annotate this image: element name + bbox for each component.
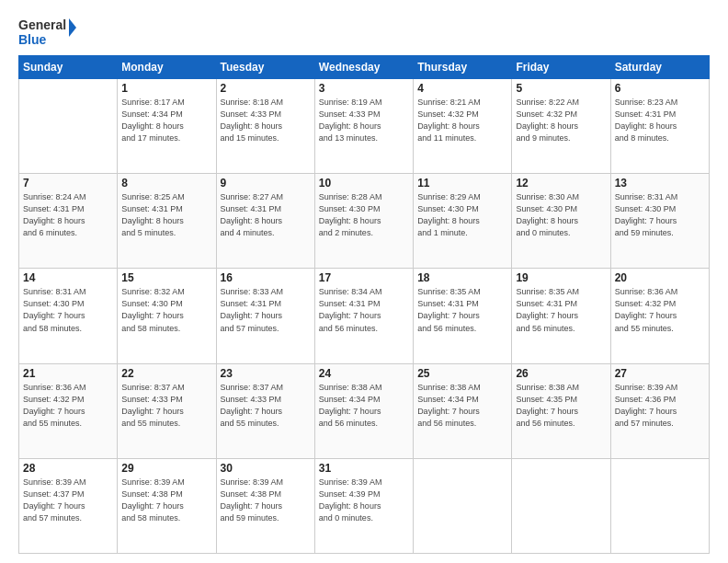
logo-svg: GeneralBlue xyxy=(18,15,78,50)
day-info: Sunrise: 8:38 AM Sunset: 4:34 PM Dayligh… xyxy=(417,382,507,430)
header: GeneralBlue xyxy=(18,15,710,50)
calendar-cell: 6Sunrise: 8:23 AM Sunset: 4:31 PM Daylig… xyxy=(610,79,709,174)
page: GeneralBlue SundayMondayTuesdayWednesday… xyxy=(0,0,728,563)
svg-text:Blue: Blue xyxy=(18,32,47,47)
day-number: 7 xyxy=(23,177,113,190)
weekday-saturday: Saturday xyxy=(610,56,709,79)
day-info: Sunrise: 8:25 AM Sunset: 4:31 PM Dayligh… xyxy=(121,191,211,239)
day-number: 31 xyxy=(319,462,409,475)
weekday-tuesday: Tuesday xyxy=(216,56,314,79)
calendar-cell: 8Sunrise: 8:25 AM Sunset: 4:31 PM Daylig… xyxy=(118,174,216,269)
day-number: 2 xyxy=(221,82,311,95)
calendar-cell: 23Sunrise: 8:37 AM Sunset: 4:33 PM Dayli… xyxy=(216,363,314,458)
day-number: 10 xyxy=(319,177,409,190)
calendar-cell: 7Sunrise: 8:24 AM Sunset: 4:31 PM Daylig… xyxy=(19,174,118,269)
calendar-cell: 11Sunrise: 8:29 AM Sunset: 4:30 PM Dayli… xyxy=(414,174,512,269)
day-info: Sunrise: 8:31 AM Sunset: 4:30 PM Dayligh… xyxy=(615,191,705,239)
calendar-cell: 13Sunrise: 8:31 AM Sunset: 4:30 PM Dayli… xyxy=(610,174,709,269)
calendar-cell: 4Sunrise: 8:21 AM Sunset: 4:32 PM Daylig… xyxy=(414,79,512,174)
day-info: Sunrise: 8:21 AM Sunset: 4:32 PM Dayligh… xyxy=(417,97,507,144)
day-info: Sunrise: 8:33 AM Sunset: 4:31 PM Dayligh… xyxy=(221,286,311,334)
day-info: Sunrise: 8:18 AM Sunset: 4:33 PM Dayligh… xyxy=(221,97,311,144)
day-number: 27 xyxy=(615,367,705,380)
day-info: Sunrise: 8:34 AM Sunset: 4:31 PM Dayligh… xyxy=(319,286,409,334)
day-info: Sunrise: 8:39 AM Sunset: 4:37 PM Dayligh… xyxy=(23,477,113,524)
day-info: Sunrise: 8:22 AM Sunset: 4:32 PM Dayligh… xyxy=(516,97,606,144)
calendar-cell: 29Sunrise: 8:39 AM Sunset: 4:38 PM Dayli… xyxy=(118,458,216,553)
day-number: 29 xyxy=(121,462,211,475)
calendar-table: SundayMondayTuesdayWednesdayThursdayFrid… xyxy=(18,55,710,554)
day-number: 15 xyxy=(121,271,211,284)
day-info: Sunrise: 8:31 AM Sunset: 4:30 PM Dayligh… xyxy=(23,286,113,334)
week-row-4: 21Sunrise: 8:36 AM Sunset: 4:32 PM Dayli… xyxy=(19,363,710,458)
day-info: Sunrise: 8:19 AM Sunset: 4:33 PM Dayligh… xyxy=(319,97,409,144)
weekday-sunday: Sunday xyxy=(19,56,118,79)
day-info: Sunrise: 8:36 AM Sunset: 4:32 PM Dayligh… xyxy=(615,286,705,334)
day-info: Sunrise: 8:39 AM Sunset: 4:39 PM Dayligh… xyxy=(319,477,409,524)
day-number: 13 xyxy=(615,177,705,190)
weekday-monday: Monday xyxy=(118,56,216,79)
week-row-1: 1Sunrise: 8:17 AM Sunset: 4:34 PM Daylig… xyxy=(19,79,710,174)
day-number: 8 xyxy=(121,177,211,190)
day-info: Sunrise: 8:39 AM Sunset: 4:38 PM Dayligh… xyxy=(121,477,211,524)
day-info: Sunrise: 8:23 AM Sunset: 4:31 PM Dayligh… xyxy=(615,97,705,144)
day-info: Sunrise: 8:35 AM Sunset: 4:31 PM Dayligh… xyxy=(516,286,606,334)
calendar-cell: 14Sunrise: 8:31 AM Sunset: 4:30 PM Dayli… xyxy=(19,269,118,363)
calendar-cell: 22Sunrise: 8:37 AM Sunset: 4:33 PM Dayli… xyxy=(118,363,216,458)
day-number: 9 xyxy=(221,177,311,190)
calendar-cell: 16Sunrise: 8:33 AM Sunset: 4:31 PM Dayli… xyxy=(216,269,314,363)
calendar-cell: 12Sunrise: 8:30 AM Sunset: 4:30 PM Dayli… xyxy=(512,174,610,269)
day-number: 6 xyxy=(615,82,705,95)
day-number: 4 xyxy=(417,82,507,95)
calendar-cell: 9Sunrise: 8:27 AM Sunset: 4:31 PM Daylig… xyxy=(216,174,314,269)
day-number: 20 xyxy=(615,271,705,284)
calendar-cell: 20Sunrise: 8:36 AM Sunset: 4:32 PM Dayli… xyxy=(610,269,709,363)
day-number: 11 xyxy=(417,177,507,190)
day-info: Sunrise: 8:39 AM Sunset: 4:36 PM Dayligh… xyxy=(615,382,705,430)
day-number: 25 xyxy=(417,367,507,380)
day-info: Sunrise: 8:36 AM Sunset: 4:32 PM Dayligh… xyxy=(23,382,113,430)
logo: GeneralBlue xyxy=(18,15,78,50)
calendar-cell: 25Sunrise: 8:38 AM Sunset: 4:34 PM Dayli… xyxy=(414,363,512,458)
day-number: 28 xyxy=(23,462,113,475)
calendar-cell: 31Sunrise: 8:39 AM Sunset: 4:39 PM Dayli… xyxy=(314,458,413,553)
day-number: 18 xyxy=(417,271,507,284)
day-number: 21 xyxy=(23,367,113,380)
weekday-header-row: SundayMondayTuesdayWednesdayThursdayFrid… xyxy=(19,56,710,79)
day-info: Sunrise: 8:39 AM Sunset: 4:38 PM Dayligh… xyxy=(221,477,311,524)
calendar-cell xyxy=(19,79,118,174)
calendar-cell: 15Sunrise: 8:32 AM Sunset: 4:30 PM Dayli… xyxy=(118,269,216,363)
calendar-cell: 26Sunrise: 8:38 AM Sunset: 4:35 PM Dayli… xyxy=(512,363,610,458)
calendar-cell: 10Sunrise: 8:28 AM Sunset: 4:30 PM Dayli… xyxy=(314,174,413,269)
day-number: 1 xyxy=(121,82,211,95)
day-number: 19 xyxy=(516,271,606,284)
calendar-cell: 24Sunrise: 8:38 AM Sunset: 4:34 PM Dayli… xyxy=(314,363,413,458)
day-number: 3 xyxy=(319,82,409,95)
svg-marker-2 xyxy=(69,18,76,37)
weekday-wednesday: Wednesday xyxy=(314,56,413,79)
day-number: 30 xyxy=(221,462,311,475)
day-info: Sunrise: 8:29 AM Sunset: 4:30 PM Dayligh… xyxy=(417,191,507,239)
weekday-thursday: Thursday xyxy=(414,56,512,79)
calendar-cell: 30Sunrise: 8:39 AM Sunset: 4:38 PM Dayli… xyxy=(216,458,314,553)
day-number: 12 xyxy=(516,177,606,190)
day-number: 16 xyxy=(221,271,311,284)
day-info: Sunrise: 8:32 AM Sunset: 4:30 PM Dayligh… xyxy=(121,286,211,334)
week-row-2: 7Sunrise: 8:24 AM Sunset: 4:31 PM Daylig… xyxy=(19,174,710,269)
calendar-cell xyxy=(512,458,610,553)
week-row-5: 28Sunrise: 8:39 AM Sunset: 4:37 PM Dayli… xyxy=(19,458,710,553)
day-info: Sunrise: 8:38 AM Sunset: 4:34 PM Dayligh… xyxy=(319,382,409,430)
day-number: 5 xyxy=(516,82,606,95)
day-info: Sunrise: 8:17 AM Sunset: 4:34 PM Dayligh… xyxy=(121,97,211,144)
calendar-cell: 3Sunrise: 8:19 AM Sunset: 4:33 PM Daylig… xyxy=(314,79,413,174)
calendar-cell: 1Sunrise: 8:17 AM Sunset: 4:34 PM Daylig… xyxy=(118,79,216,174)
calendar-cell: 28Sunrise: 8:39 AM Sunset: 4:37 PM Dayli… xyxy=(19,458,118,553)
day-number: 17 xyxy=(319,271,409,284)
day-info: Sunrise: 8:24 AM Sunset: 4:31 PM Dayligh… xyxy=(23,191,113,239)
day-number: 24 xyxy=(319,367,409,380)
day-info: Sunrise: 8:27 AM Sunset: 4:31 PM Dayligh… xyxy=(221,191,311,239)
calendar-cell: 5Sunrise: 8:22 AM Sunset: 4:32 PM Daylig… xyxy=(512,79,610,174)
calendar-cell: 17Sunrise: 8:34 AM Sunset: 4:31 PM Dayli… xyxy=(314,269,413,363)
day-number: 23 xyxy=(221,367,311,380)
calendar-cell: 18Sunrise: 8:35 AM Sunset: 4:31 PM Dayli… xyxy=(414,269,512,363)
